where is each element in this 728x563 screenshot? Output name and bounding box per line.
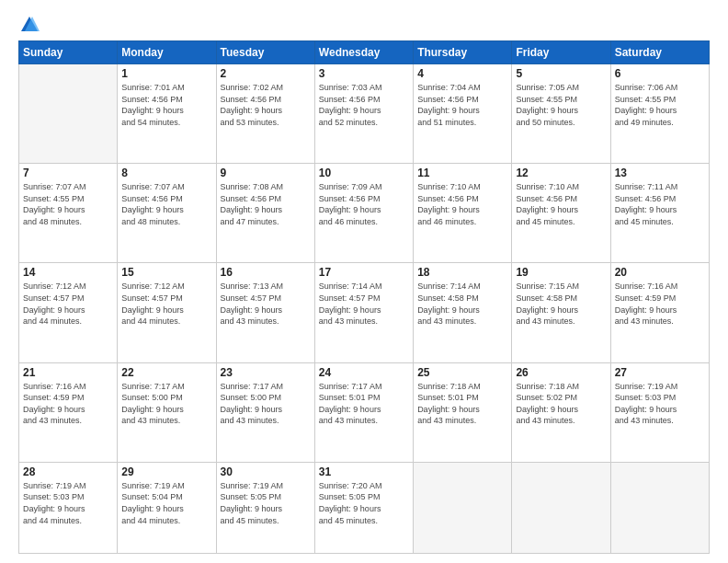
day-info: Sunrise: 7:17 AM Sunset: 5:00 PM Dayligh…	[121, 381, 211, 427]
day-info: Sunrise: 7:19 AM Sunset: 5:03 PM Dayligh…	[23, 480, 113, 526]
day-number: 8	[121, 167, 211, 179]
day-info: Sunrise: 7:10 AM Sunset: 4:56 PM Dayligh…	[417, 181, 507, 227]
day-number: 17	[319, 266, 409, 279]
day-number: 12	[516, 167, 606, 179]
logo	[18, 15, 40, 31]
day-info: Sunrise: 7:15 AM Sunset: 4:58 PM Dayligh…	[516, 281, 606, 327]
day-number: 14	[23, 266, 113, 279]
day-number: 18	[417, 266, 507, 279]
calendar-cell: 23Sunrise: 7:17 AM Sunset: 5:00 PM Dayli…	[216, 362, 314, 462]
calendar-cell: 24Sunrise: 7:17 AM Sunset: 5:01 PM Dayli…	[314, 362, 413, 462]
calendar-cell: 29Sunrise: 7:19 AM Sunset: 5:04 PM Dayli…	[118, 462, 216, 553]
day-info: Sunrise: 7:07 AM Sunset: 4:55 PM Dayligh…	[23, 181, 113, 227]
calendar-header-row: SundayMondayTuesdayWednesdayThursdayFrid…	[19, 41, 710, 64]
calendar-cell: 18Sunrise: 7:14 AM Sunset: 4:58 PM Dayli…	[414, 263, 512, 362]
day-info: Sunrise: 7:18 AM Sunset: 5:02 PM Dayligh…	[516, 381, 606, 427]
day-number: 1	[121, 67, 211, 80]
page: SundayMondayTuesdayWednesdayThursdayFrid…	[0, 0, 728, 563]
calendar-cell: 10Sunrise: 7:09 AM Sunset: 4:56 PM Dayli…	[314, 164, 413, 263]
day-info: Sunrise: 7:17 AM Sunset: 5:00 PM Dayligh…	[221, 381, 311, 427]
day-info: Sunrise: 7:10 AM Sunset: 4:56 PM Dayligh…	[516, 181, 606, 227]
day-info: Sunrise: 7:12 AM Sunset: 4:57 PM Dayligh…	[23, 281, 113, 327]
calendar-header-thursday: Thursday	[414, 41, 512, 64]
calendar-cell: 22Sunrise: 7:17 AM Sunset: 5:00 PM Dayli…	[118, 362, 216, 462]
day-number: 25	[417, 366, 507, 379]
calendar-table: SundayMondayTuesdayWednesdayThursdayFrid…	[18, 40, 710, 554]
day-number: 22	[121, 366, 211, 379]
day-info: Sunrise: 7:13 AM Sunset: 4:57 PM Dayligh…	[221, 281, 311, 327]
calendar-cell: 21Sunrise: 7:16 AM Sunset: 4:59 PM Dayli…	[19, 362, 118, 462]
calendar-cell: 6Sunrise: 7:06 AM Sunset: 4:55 PM Daylig…	[610, 64, 709, 164]
day-info: Sunrise: 7:07 AM Sunset: 4:56 PM Dayligh…	[121, 181, 211, 227]
day-info: Sunrise: 7:19 AM Sunset: 5:05 PM Dayligh…	[221, 480, 311, 526]
day-number: 20	[615, 266, 705, 279]
day-info: Sunrise: 7:03 AM Sunset: 4:56 PM Dayligh…	[319, 82, 409, 128]
calendar-cell: 15Sunrise: 7:12 AM Sunset: 4:57 PM Dayli…	[118, 263, 216, 362]
day-info: Sunrise: 7:02 AM Sunset: 4:56 PM Dayligh…	[221, 82, 311, 128]
day-number: 3	[319, 67, 409, 80]
day-info: Sunrise: 7:08 AM Sunset: 4:56 PM Dayligh…	[221, 181, 311, 227]
header	[18, 15, 710, 31]
day-number: 6	[615, 67, 705, 80]
calendar-cell: 5Sunrise: 7:05 AM Sunset: 4:55 PM Daylig…	[512, 64, 610, 164]
day-info: Sunrise: 7:11 AM Sunset: 4:56 PM Dayligh…	[615, 181, 705, 227]
day-number: 23	[221, 366, 311, 379]
day-number: 15	[121, 266, 211, 279]
day-number: 24	[319, 366, 409, 379]
day-info: Sunrise: 7:18 AM Sunset: 5:01 PM Dayligh…	[417, 381, 507, 427]
day-info: Sunrise: 7:14 AM Sunset: 4:58 PM Dayligh…	[417, 281, 507, 327]
calendar-week-row: 21Sunrise: 7:16 AM Sunset: 4:59 PM Dayli…	[19, 362, 710, 462]
calendar-header-sunday: Sunday	[19, 41, 118, 64]
calendar-cell: 4Sunrise: 7:04 AM Sunset: 4:56 PM Daylig…	[414, 64, 512, 164]
calendar-cell: 14Sunrise: 7:12 AM Sunset: 4:57 PM Dayli…	[19, 263, 118, 362]
day-info: Sunrise: 7:19 AM Sunset: 5:03 PM Dayligh…	[615, 381, 705, 427]
calendar-cell	[19, 64, 118, 164]
calendar-week-row: 1Sunrise: 7:01 AM Sunset: 4:56 PM Daylig…	[19, 64, 710, 164]
calendar-cell: 2Sunrise: 7:02 AM Sunset: 4:56 PM Daylig…	[216, 64, 314, 164]
day-number: 28	[23, 465, 113, 478]
calendar-cell: 9Sunrise: 7:08 AM Sunset: 4:56 PM Daylig…	[216, 164, 314, 263]
day-info: Sunrise: 7:05 AM Sunset: 4:55 PM Dayligh…	[516, 82, 606, 128]
day-info: Sunrise: 7:19 AM Sunset: 5:04 PM Dayligh…	[121, 480, 211, 526]
calendar-cell	[414, 462, 512, 553]
day-number: 31	[319, 465, 409, 478]
day-info: Sunrise: 7:20 AM Sunset: 5:05 PM Dayligh…	[319, 480, 409, 526]
day-number: 16	[221, 266, 311, 279]
calendar-cell: 12Sunrise: 7:10 AM Sunset: 4:56 PM Dayli…	[512, 164, 610, 263]
day-number: 29	[121, 465, 211, 478]
calendar-cell: 7Sunrise: 7:07 AM Sunset: 4:55 PM Daylig…	[19, 164, 118, 263]
calendar-cell: 19Sunrise: 7:15 AM Sunset: 4:58 PM Dayli…	[512, 263, 610, 362]
calendar-header-wednesday: Wednesday	[314, 41, 413, 64]
day-number: 5	[516, 67, 606, 80]
day-number: 10	[319, 167, 409, 179]
calendar-cell: 20Sunrise: 7:16 AM Sunset: 4:59 PM Dayli…	[610, 263, 709, 362]
calendar-cell: 26Sunrise: 7:18 AM Sunset: 5:02 PM Dayli…	[512, 362, 610, 462]
calendar-cell	[512, 462, 610, 553]
day-info: Sunrise: 7:06 AM Sunset: 4:55 PM Dayligh…	[615, 82, 705, 128]
logo-icon	[19, 15, 40, 35]
day-number: 11	[417, 167, 507, 179]
calendar-cell: 1Sunrise: 7:01 AM Sunset: 4:56 PM Daylig…	[118, 64, 216, 164]
day-info: Sunrise: 7:01 AM Sunset: 4:56 PM Dayligh…	[121, 82, 211, 128]
calendar-cell: 8Sunrise: 7:07 AM Sunset: 4:56 PM Daylig…	[118, 164, 216, 263]
calendar-header-saturday: Saturday	[610, 41, 709, 64]
day-info: Sunrise: 7:09 AM Sunset: 4:56 PM Dayligh…	[319, 181, 409, 227]
calendar-cell	[610, 462, 709, 553]
calendar-week-row: 28Sunrise: 7:19 AM Sunset: 5:03 PM Dayli…	[19, 462, 710, 553]
calendar-cell: 17Sunrise: 7:14 AM Sunset: 4:57 PM Dayli…	[314, 263, 413, 362]
calendar-cell: 3Sunrise: 7:03 AM Sunset: 4:56 PM Daylig…	[314, 64, 413, 164]
calendar-week-row: 7Sunrise: 7:07 AM Sunset: 4:55 PM Daylig…	[19, 164, 710, 263]
day-info: Sunrise: 7:16 AM Sunset: 4:59 PM Dayligh…	[615, 281, 705, 327]
day-info: Sunrise: 7:12 AM Sunset: 4:57 PM Dayligh…	[121, 281, 211, 327]
day-number: 30	[221, 465, 311, 478]
calendar-cell: 16Sunrise: 7:13 AM Sunset: 4:57 PM Dayli…	[216, 263, 314, 362]
calendar-cell: 27Sunrise: 7:19 AM Sunset: 5:03 PM Dayli…	[610, 362, 709, 462]
day-number: 13	[615, 167, 705, 179]
day-number: 21	[23, 366, 113, 379]
calendar-header-tuesday: Tuesday	[216, 41, 314, 64]
calendar-header-monday: Monday	[118, 41, 216, 64]
day-number: 4	[417, 67, 507, 80]
calendar-cell: 31Sunrise: 7:20 AM Sunset: 5:05 PM Dayli…	[314, 462, 413, 553]
calendar-cell: 13Sunrise: 7:11 AM Sunset: 4:56 PM Dayli…	[610, 164, 709, 263]
day-number: 2	[221, 67, 311, 80]
